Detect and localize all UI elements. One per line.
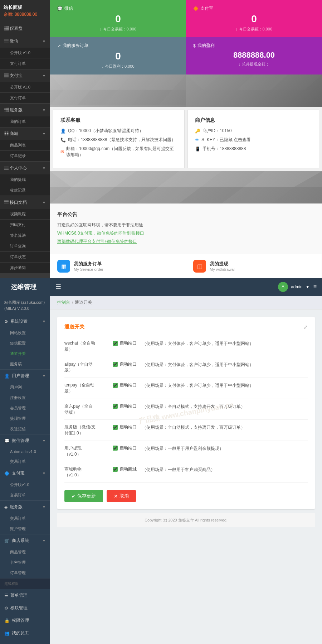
- nav-shop-system[interactable]: 🛒 商店系统 ▼: [0, 534, 50, 547]
- sub-user-list[interactable]: 用户列: [0, 382, 50, 393]
- gateway-jdpay-checkbox[interactable]: [113, 404, 118, 409]
- sub-alipay-public[interactable]: 公开版 v1.0: [0, 82, 50, 93]
- gateway-shop-checkbox[interactable]: [113, 467, 118, 472]
- sidebar-item-service[interactable]: ▦ 服务版 ▼ 我的订单: [0, 104, 50, 128]
- sub-wechat-transactions[interactable]: 交易订单: [0, 456, 50, 467]
- sub-withdrawal-management[interactable]: 提现管理: [0, 413, 50, 424]
- nav-wechat-management[interactable]: 💬 微信管理 ▼: [0, 434, 50, 447]
- sub-gateway-switch[interactable]: 通道开关: [0, 349, 50, 359]
- gateway-tenpay-desc: （使用场景：支付体验，客户订单少，适用于中小型网站）: [142, 382, 308, 389]
- sidebar-item-alipay[interactable]: ▤ 支付宝 ▼ 公开版 v1.0 支付订单: [0, 69, 50, 104]
- sub-register-settings[interactable]: 注册设置: [0, 393, 50, 403]
- breadcrumb-home[interactable]: 控制台: [57, 299, 70, 306]
- gateway-service-checkbox[interactable]: [113, 425, 118, 430]
- sub-api-sign[interactable]: 签名算法: [0, 230, 50, 241]
- gateway-alipay-desc: （使用场景：支付体验，客户订单少，适用于中小型网站）: [142, 361, 308, 368]
- gateway-alipay-checkbox[interactable]: [113, 362, 118, 367]
- service-order-link[interactable]: ▦ 我的服务订单 My Service order: [50, 254, 186, 278]
- sub-alipay-transactions[interactable]: 交易订单: [0, 490, 50, 500]
- wechat-card-title: 微信: [64, 5, 73, 11]
- save-button[interactable]: ✔ 保存更新: [64, 490, 103, 502]
- gateway-withdrawal-name: 用户提现（v1.0）: [64, 446, 82, 457]
- sidebar-item-api[interactable]: ▤ 接口文档 ▼ 视频教程 扫码支付 签名算法 订单查询 订单状态 异步通知: [0, 196, 50, 274]
- sub-product-management[interactable]: 商品管理: [0, 547, 50, 557]
- merchant-phone: 📱 手机号：18888888888: [195, 146, 312, 152]
- sub-alipay-orders[interactable]: 支付订单: [0, 93, 50, 104]
- sub-member-management[interactable]: 会员管理: [0, 403, 50, 413]
- sub-website-settings[interactable]: 网站设置: [0, 328, 50, 338]
- module-icon: ⚙: [4, 606, 8, 611]
- nav-module-management[interactable]: ⚙ 模块管理: [0, 602, 50, 614]
- gateway-wechat-checkbox[interactable]: [113, 341, 118, 346]
- system-settings-label: 系统设置: [10, 318, 28, 325]
- alipay-card-icon: 🔶: [193, 6, 199, 11]
- nav-group-alipay: 🔷 支付宝 ▼ 公开版v1.0 交易订单: [0, 467, 50, 501]
- admin-sidebar-header: 站长图库 (zzTuku.com)(MILA) V.2.0.0: [0, 296, 50, 315]
- advanced-section-label: 超级权限: [0, 578, 50, 589]
- sidebar-item-wechat[interactable]: ▤ 微信 ▼ 公开版 v1.0 支付订单: [0, 35, 50, 69]
- admin-sidebar: 站长图库 (zzTuku.com)(MILA) V.2.0.0 ⚙ 系统设置 ▼…: [0, 296, 50, 644]
- sub-shop-orders[interactable]: 订单记录: [0, 151, 50, 162]
- hamburger-icon[interactable]: ☰: [55, 283, 61, 291]
- sub-service-transactions[interactable]: 交易订单: [0, 513, 50, 524]
- sub-alipay-public-v1[interactable]: 公开版v1.0: [0, 480, 50, 490]
- nav-menu-management[interactable]: ☰ 菜单管理: [0, 589, 50, 602]
- polygon-section: [50, 75, 322, 107]
- sub-service-orders[interactable]: 我的订单: [0, 116, 50, 127]
- sub-api-status[interactable]: 订单状态: [0, 252, 50, 263]
- sub-api-scan[interactable]: 扫码支付: [0, 220, 50, 230]
- sidebar-item-personal[interactable]: ▤ 个人中心 ▼ 我的提现 收款记录: [0, 162, 50, 196]
- nav-alipay[interactable]: 🔷 支付宝 ▼: [0, 467, 50, 480]
- sub-personal-receipts[interactable]: 收款记录: [0, 185, 50, 196]
- nav-user-management[interactable]: 👤 用户管理 ▼: [0, 370, 50, 382]
- nav-system-settings[interactable]: ⚙ 系统设置 ▼: [0, 315, 50, 328]
- sub-shop-products[interactable]: 商品列表: [0, 140, 50, 151]
- announcement-section: 平台公告 打造良好的互联网环境，请不要用于非法用途 WHMCS6.0支付宝，微信…: [50, 203, 322, 254]
- gateway-tenpay-checkbox[interactable]: [113, 383, 118, 388]
- gateway-withdrawal-checkbox[interactable]: [113, 446, 118, 451]
- nav-group-users: 👤 用户管理 ▼ 用户列 注册设置 会员管理 提现管理 发送短信: [0, 370, 50, 434]
- announcement-line2[interactable]: WHMCS6.0支付宝，微信免签约即时到账接口: [57, 230, 315, 236]
- profit-card: $ 我的盈利 8888888.00 ↓ 总共提现金额：: [186, 37, 322, 75]
- list-icon[interactable]: ≡: [313, 284, 317, 290]
- profit-card-value: 8888888.00: [193, 51, 315, 60]
- sub-order-management[interactable]: 订单管理: [0, 568, 50, 578]
- admin-brand: 运维管理: [5, 278, 55, 296]
- sub-api-video[interactable]: 视频教程: [0, 209, 50, 220]
- sub-card-management[interactable]: 卡密管理: [0, 557, 50, 568]
- nav-my-staff[interactable]: 👥 我的员工: [0, 627, 50, 639]
- nav-service-edition[interactable]: ◈ 服务版 ▼: [0, 501, 50, 513]
- sub-send-sms[interactable]: 发送短信: [0, 424, 50, 434]
- cs-email: ✉ 邮箱：10000@qq.com（问题反馈，如果有问题可提交至该邮箱）: [60, 146, 177, 158]
- sub-api-notify[interactable]: 异步通知: [0, 263, 50, 273]
- gateway-alipay-check-label: 启动端口: [119, 361, 137, 367]
- skey-line[interactable]: 👁 S_KEY：已隐藏,点击查看: [195, 137, 312, 143]
- sub-service-draft[interactable]: 服务稿: [0, 359, 50, 369]
- expand-icon[interactable]: ⤢: [303, 324, 308, 330]
- site-name: 站长面板: [4, 4, 47, 11]
- chevron-icon6: ▼: [42, 539, 46, 543]
- announcement-line3[interactable]: 西部数码代理平台支付宝+微信免签约接口: [57, 239, 315, 245]
- polygon-left: [50, 75, 186, 107]
- gateway-tenpay-row: tenpay（全自动版） 启动端口 （使用场景：支付体验，客户订单少，适用于中小…: [64, 378, 308, 399]
- announcement-line1: 打造良好的互联网环境，请不要用于非法用途: [57, 222, 315, 228]
- admin-user[interactable]: A admin ▼: [278, 282, 310, 292]
- sub-automatic[interactable]: Automatic v1.0: [0, 447, 50, 456]
- cancel-button[interactable]: ✕ 取消: [107, 490, 136, 502]
- sub-wechat-public[interactable]: 公开版 v1.0: [0, 48, 50, 58]
- service-card-title: 我的服务订单: [63, 43, 88, 49]
- sub-api-query[interactable]: 订单查询: [0, 241, 50, 252]
- nav-permission-management[interactable]: 🔒 权限管理: [0, 614, 50, 627]
- chevron-icon2: ▼: [42, 374, 46, 378]
- sidebar-item-dashboard[interactable]: ▦ 仪表盘: [0, 22, 50, 35]
- sidebar-item-shop[interactable]: ☷ 商城 ▼ 商品列表 订单记录: [0, 128, 50, 162]
- sub-wechat-orders[interactable]: 支付订单: [0, 58, 50, 69]
- gateway-shop-name: 商城购物（v1.0）: [64, 467, 82, 478]
- sub-account-management[interactable]: 账户管理: [0, 524, 50, 534]
- phone-icon: 📞: [60, 138, 66, 143]
- sub-sms-config[interactable]: 短信配置: [0, 338, 50, 349]
- withdrawal-link[interactable]: ◫ 我的提现 My withdrawal: [186, 254, 322, 278]
- nav-group-system: ⚙ 系统设置 ▼ 网站设置 短信配置 通道开关 服务稿: [0, 315, 50, 370]
- sub-personal-withdraw[interactable]: 我的提现: [0, 174, 50, 185]
- withdrawal-icon: ◫: [193, 260, 206, 273]
